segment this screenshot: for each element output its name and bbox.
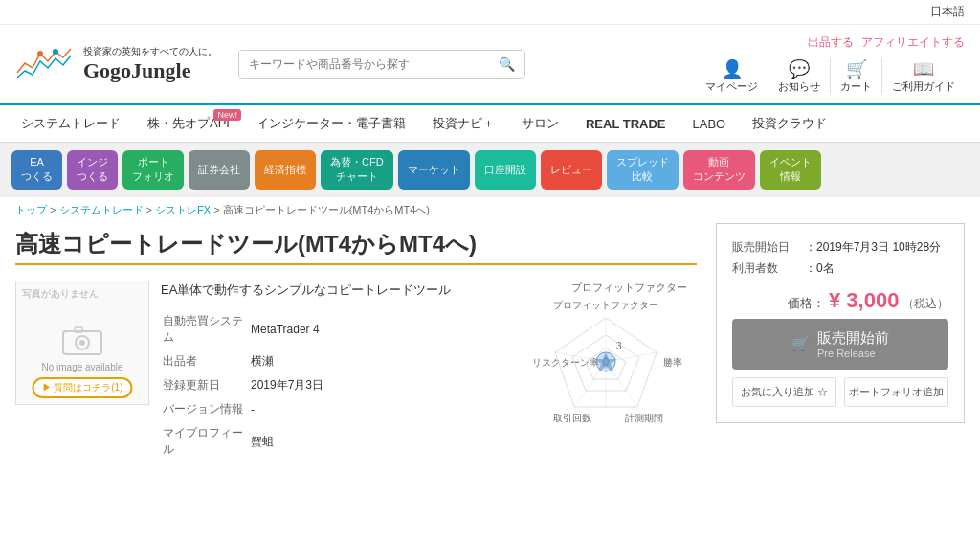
logo-icon [15,44,78,84]
search-input[interactable] [239,51,489,78]
affiliate-link[interactable]: アフィリエイトする [861,34,965,51]
cat-portfolio[interactable]: ポートフォリオ [122,150,184,190]
sidebar: 販売開始日 ：2019年7月3日 10時28分 利用者数 ：0名 価格： ¥ 3… [716,223,965,463]
buy-cart-icon: 🛒 [791,335,810,352]
nav-item-system-trade[interactable]: システムトレード [8,105,134,142]
camera-icon [61,324,103,358]
sell-link[interactable]: 出品する [808,34,854,51]
nav-item-labo[interactable]: LABO [679,107,740,141]
breadcrumb-system-trade[interactable]: システムトレード [59,204,144,215]
breadcrumb-top[interactable]: トップ [15,204,47,215]
nav-item-investment-cloud[interactable]: 投資クラウド [739,105,840,142]
no-image-text: No image available [41,362,122,372]
new-badge: New! [213,109,241,121]
cat-account[interactable]: 口座開設 [475,150,536,190]
mypage-icon[interactable]: 👤 マイページ [696,58,768,94]
inquiry-button[interactable]: ▶ 質問はコチラ(1) [33,377,133,398]
cart-icon[interactable]: 🛒 カート [831,58,882,94]
svg-text:勝率: 勝率 [663,357,682,368]
nav-item-salon[interactable]: サロン [508,105,572,142]
no-image-label-top: 写真がありません [22,287,99,301]
svg-point-0 [37,51,43,56]
sidebar-sale-info: 販売開始日 ：2019年7月3日 10時28分 利用者数 ：0名 [732,239,948,277]
breadcrumb-sistre-fx[interactable]: シストレFX [155,204,211,215]
radar-title: プロフィットファクター [515,281,697,295]
logo-area: 投資家の英知をすべての人に。 GogoJungle [15,44,217,84]
content-main: 高速コピートレードツール(MT4からMT4へ) 写真がありません No imag… [15,223,697,463]
cat-market[interactable]: マーケット [398,150,470,190]
cat-event[interactable]: イベント情報 [760,150,821,190]
buy-btn-sub: Pre Release [817,348,876,359]
svg-text:計測期間: 計測期間 [625,413,663,423]
radar-chart: プロフィットファクター 勝率 計測期間 取引回数 リスクターン率 3 [515,297,697,431]
category-bar: EAつくる インジつくる ポートフォリオ 証券会社 経済指標 為替・CFDチャー… [0,143,980,197]
news-icon[interactable]: 💬 お知らせ [768,58,831,94]
nav-item-indicator[interactable]: インジケーター・電子書籍 [243,105,419,142]
info-row-date: 登録更新日 2019年7月3日 [163,374,505,396]
info-row-seller: 出品者 横瀬 [163,350,505,372]
svg-rect-4 [75,327,82,332]
language-selector[interactable]: 日本語 [930,5,965,18]
portfolio-button[interactable]: ポートフォリオ追加 [844,377,948,407]
cat-cfd[interactable]: 為替・CFDチャート [321,150,393,190]
cat-securities[interactable]: 証券会社 [189,150,250,190]
product-info: EA単体で動作するシンプルなコピートレードツール 自動売買システム MetaTr… [161,281,507,463]
info-row-profile: マイプロフィール 蟹蛆 [163,422,505,461]
product-image-area: 写真がありません No image available ▶ 質問はコチラ(1) [15,281,149,405]
price-suffix: （税込） [902,297,948,310]
svg-point-1 [53,49,58,55]
sale-start-label: 販売開始日 [732,239,805,256]
info-row-version: バージョン情報 - [163,398,505,420]
guide-icon[interactable]: 📖 ご利用ガイド [882,58,965,94]
info-row-system: 自動売買システム MetaTrader 4 [163,310,505,349]
product-description: EA単体で動作するシンプルなコピートレードツール [161,281,507,300]
main-nav: システムトレード 株・先オプAPI New! インジケーター・電子書籍 投資ナビ… [0,103,980,143]
product-title: 高速コピートレードツール(MT4からMT4へ) [15,229,697,259]
nav-item-real-trade[interactable]: REAL TRADE [572,107,679,141]
cat-review[interactable]: レビュー [541,150,602,190]
breadcrumb: トップ > システムトレード > シストレFX > 高速コピートレードツール(M… [0,197,980,223]
wishlist-button[interactable]: お気に入り追加 ☆ [732,377,836,407]
cat-economic[interactable]: 経済指標 [255,150,316,190]
users-label: 利用者数 [732,260,805,277]
price-label: 価格： [788,296,825,310]
nav-item-toushi-navi[interactable]: 投資ナビ＋ [419,105,508,142]
cat-spread[interactable]: スプレッド比較 [607,150,679,190]
users-value: ：0名 [805,260,835,277]
nav-item-stocks-api[interactable]: 株・先オプAPI New! [134,105,243,142]
search-area: 🔍 [238,50,525,79]
cat-ea[interactable]: EAつくる [11,150,62,190]
svg-text:プロフィットファクター: プロフィットファクター [553,300,658,310]
svg-text:取引回数: 取引回数 [553,413,591,423]
cat-video[interactable]: 動画コンテンツ [683,150,755,190]
cat-indi[interactable]: インジつくる [67,150,118,190]
buy-button[interactable]: 🛒 販売開始前 Pre Release [732,319,948,370]
svg-point-5 [79,340,85,346]
sale-start-value: ：2019年7月3日 10時28分 [805,239,941,256]
search-button[interactable]: 🔍 [489,51,524,78]
price-value: ¥ 3,000 [829,288,899,312]
product-info-table: 自動売買システム MetaTrader 4 出品者 横瀬 登録更新日 2019年… [161,308,507,462]
header-right: 出品する アフィリエイトする 👤 マイページ 💬 お知らせ 🛒 カート 📖 ご利… [696,34,965,94]
logo-text: 投資家の英知をすべての人に。 GogoJungle [83,45,217,83]
breadcrumb-current: 高速コピートレードツール(MT4からMT4へ) [223,204,430,215]
radar-chart-area: プロフィットファクター プロフィットファクター 勝率 計測期間 取引回数 リスク… [515,281,697,463]
buy-btn-label: 販売開始前 [817,329,889,348]
